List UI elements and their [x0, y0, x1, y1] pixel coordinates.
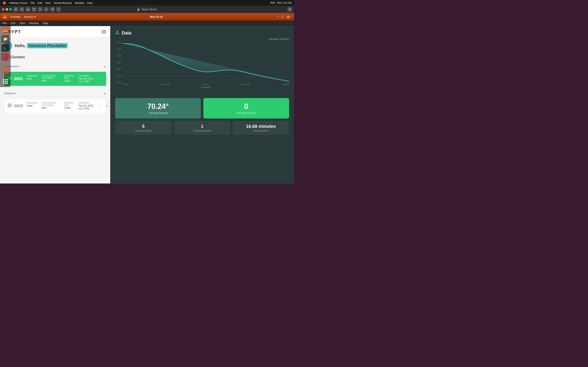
- x-label-2: 1:31 am: [202, 83, 209, 85]
- nav-btn[interactable]: ‹: [56, 7, 61, 12]
- apple-icon[interactable]: 🍎: [2, 1, 6, 5]
- y-label-4: 69.5: [115, 68, 121, 70]
- window-menu[interactable]: Window: [75, 1, 84, 4]
- hello-name: Vincenzo Piscitello!: [27, 43, 68, 48]
- main-content: Hello, Vincenzo Piscitello!: [0, 38, 110, 184]
- connected-nodes-label: Connected Nodes: [135, 130, 151, 132]
- hamburger-line-3: [102, 33, 106, 33]
- view-menu[interactable]: View: [45, 1, 51, 4]
- app-window-menu[interactable]: Window: [29, 22, 39, 25]
- neighbor-irregularity-0: Irregularity Rate 0.000: [64, 102, 75, 110]
- trash-label: Trash: [3, 75, 8, 76]
- neighbors-header: Neighbors ▲: [4, 90, 106, 97]
- vmware-toolbar-left: ⊟ ⊡ 🖨 📷 ▭ ↩ ⊕ ‹: [2, 7, 61, 12]
- clusters-header: Clusters: [4, 55, 106, 60]
- neighbor-info-0: Designation Node Communication Technolog…: [27, 102, 97, 110]
- neighbor-designation-0: Designation Node: [27, 102, 38, 110]
- coordinator-designation-0: Designation Root: [26, 75, 37, 83]
- ubuntu-bar-right: ? 🔊 ⏻ ▾: [277, 15, 292, 18]
- y-label-5: 69.0: [115, 75, 121, 77]
- connected-clusters-value: 1: [201, 124, 203, 129]
- close-button[interactable]: [2, 8, 4, 11]
- coordinators-toggle[interactable]: ▲: [103, 65, 106, 68]
- left-panel: BRYPT He: [0, 26, 110, 184]
- coordinator-menu-btn-0[interactable]: ⋮: [100, 77, 103, 81]
- ubuntu-sound-btn[interactable]: 🔊: [281, 15, 284, 18]
- neighbors-toggle[interactable]: ▲: [103, 92, 106, 95]
- back-btn[interactable]: ↩: [44, 7, 49, 12]
- trash-icon[interactable]: [1, 66, 9, 74]
- vmware-settings-btn[interactable]: ⊞: [287, 7, 292, 12]
- coordinator-date-0: Date Added Feb 28, 2019, 12:17 PM: [79, 75, 97, 83]
- y-label-1: 71.0: [115, 48, 121, 50]
- hamburger-line-2: [102, 32, 106, 32]
- x-label-1: 1:30:30 AM: [161, 83, 170, 85]
- neighbors-section: Neighbors ▲ 0002: [4, 90, 106, 113]
- dock-firefox[interactable]: 🦊: [1, 26, 9, 34]
- print-btn[interactable]: 🖨: [26, 7, 30, 12]
- coordinator-info-0: Designation Root Communication Technolog…: [26, 75, 97, 83]
- ubuntu-dock: 🦊 📁 $_ 🚫 Trash: [0, 25, 11, 87]
- hello-text: Hello, Vincenzo Piscitello!: [15, 43, 68, 48]
- average-reading-label: Average Reading: [149, 111, 168, 114]
- chart-y-axis: 71.5 71.0 70.5 70.0 69.5 69.0 68.5: [115, 42, 122, 89]
- clock: Mon 1:32 AM: [277, 1, 292, 4]
- help-menu[interactable]: Help: [87, 1, 93, 4]
- attempted-attacks-card: 0 Attempted Attacks: [203, 98, 289, 118]
- network-uptime-label: Network Uptime: [254, 130, 268, 132]
- maximize-button[interactable]: [9, 8, 12, 11]
- app-view-menu[interactable]: View: [19, 22, 25, 25]
- electron-menu[interactable]: Electron ▾: [24, 15, 36, 18]
- vmware-fusion-menu[interactable]: VMware Fusion: [9, 1, 27, 4]
- app-window: File Edit View Window Help BRYPT: [0, 20, 294, 184]
- activities-btn[interactable]: Activities: [10, 15, 21, 18]
- traffic-lights: [2, 8, 12, 11]
- chart-svg-area: 1:30 am 1:30:30 AM 1:31 am 1:31:30 AM 1:…: [122, 42, 289, 89]
- neighbor-menu-btn-0[interactable]: ⋮: [99, 104, 103, 108]
- app-edit-menu[interactable]: Edit: [11, 22, 15, 25]
- chart-x-title: Timestamp: [122, 86, 289, 89]
- ubuntu-firefox-icon: 🦊: [2, 15, 7, 19]
- coordinator-card-0[interactable]: 0001 Designation Root Communication Tech…: [4, 72, 106, 86]
- data-panel: Data Aggregate Readings 71.5 71.0 70.5 7…: [110, 26, 294, 184]
- dock-files[interactable]: 📁: [1, 35, 9, 43]
- forward-group[interactable]: ⊕: [50, 7, 55, 12]
- display-btn[interactable]: ▭: [38, 7, 43, 12]
- macos-menubar: 🍎 VMware Fusion File Edit View Virtual M…: [0, 0, 294, 6]
- neighbor-comm-tech-0: Communication Technologies WiFi: [42, 102, 60, 110]
- coordinator-scroll-0: ▼: [106, 77, 108, 80]
- average-reading-value: 70.24°: [147, 102, 169, 111]
- average-reading-card: 70.24° Average Reading: [115, 98, 201, 118]
- network-uptime-value: 16.68 minutes: [246, 124, 276, 129]
- camera-btn[interactable]: 📷: [32, 7, 36, 12]
- hello-section: Hello, Vincenzo Piscitello!: [4, 42, 106, 50]
- x-label-4: 1:32 am: [282, 83, 289, 85]
- attempted-attacks-value: 0: [244, 102, 248, 111]
- connected-nodes-card: 5 Connected Nodes: [115, 121, 172, 135]
- app-file-menu[interactable]: File: [2, 22, 7, 25]
- dock-dots[interactable]: [1, 78, 9, 85]
- coordinator-id-0: 0001: [14, 76, 24, 81]
- edit-menu[interactable]: Edit: [38, 1, 42, 4]
- ubuntu-help-btn[interactable]: ?: [277, 15, 278, 18]
- minimize-button[interactable]: [6, 8, 8, 11]
- y-label-0: 71.5: [115, 42, 121, 44]
- hamburger-menu[interactable]: [102, 30, 106, 33]
- virtual-machine-menu[interactable]: Virtual Machine: [54, 1, 72, 4]
- svg-line-12: [116, 31, 117, 33]
- ubuntu-power-btn[interactable]: ⏻ ▾: [287, 15, 292, 18]
- dock-terminal[interactable]: $_: [1, 44, 9, 52]
- network-uptime-card: 16.68 minutes Network Uptime: [233, 121, 289, 135]
- dock-blocked[interactable]: 🚫: [1, 53, 9, 61]
- svg-line-13: [117, 31, 119, 33]
- ubuntu-bar-left: 🦊 Activities Electron ▾: [2, 15, 36, 19]
- app-help-menu[interactable]: Help: [43, 22, 48, 25]
- neighbor-card-0[interactable]: 0002 Designation Node Communication Tech…: [4, 99, 106, 113]
- sidebar-toggle[interactable]: ⊟: [13, 7, 18, 12]
- file-menu[interactable]: File: [30, 1, 35, 4]
- coordinator-irregularity-0: Irregularity Rate 0.000: [64, 75, 75, 83]
- connected-clusters-label: Connected Clusters: [193, 130, 211, 132]
- connected-clusters-card: 1 Connected Clusters: [174, 121, 230, 135]
- app-content: BRYPT He: [0, 26, 294, 184]
- screenshot-btn[interactable]: ⊡: [20, 7, 24, 12]
